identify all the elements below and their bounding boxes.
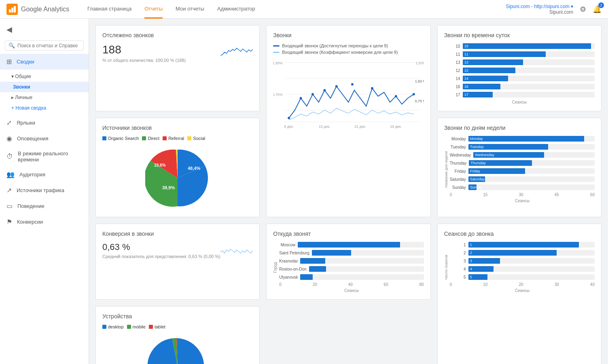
bar-track: Tuesday <box>468 144 595 150</box>
nav-reports[interactable]: Отчеты <box>144 0 163 19</box>
bar-row: Moscow <box>279 242 424 248</box>
bar-row: Tuesday Tuesday <box>450 144 595 150</box>
calls-legend-label-1: Входящий звонок (Достигнутые переходы к … <box>282 43 388 48</box>
city-x-ticks: 0 20 40 60 80 <box>279 282 424 287</box>
sidebar: ◀ 🔍 ⊞ Сводки Общие Звонки Личные + Новая… <box>0 19 89 364</box>
svg-point-17 <box>351 83 354 86</box>
labels-icon: ⤢ <box>6 119 12 127</box>
bar-value-label: 13 <box>464 60 468 64</box>
svg-point-18 <box>371 87 373 89</box>
bar-track: 16 <box>463 84 595 89</box>
bar-label: 13 <box>444 60 460 65</box>
summaries-icon: ⊞ <box>6 58 12 66</box>
bar-label: Wednesday <box>450 153 471 157</box>
main-nav: Главная страница Отчеты Мои отчеты Админ… <box>87 0 506 19</box>
session-bars-container: 1 1 2 2 3 3 <box>450 242 595 280</box>
svg-rect-1 <box>9 9 11 13</box>
bar-track: 13 <box>463 59 595 65</box>
sidebar-item-audience[interactable]: 👥 Аудитория <box>0 167 89 182</box>
sidebar-item-realtime[interactable]: ⏱ В режиме реального времени <box>0 146 89 167</box>
sidebar-item-calls[interactable]: Звонки <box>0 82 89 92</box>
sessions-x-ticks: 0 10 20 30 40 <box>450 282 595 287</box>
sidebar-item-labels[interactable]: ⤢ Ярлыки <box>0 115 89 131</box>
bar-label: Rostov-on-Don <box>279 267 306 271</box>
sidebar-item-behavior[interactable]: ▭ Поведение <box>0 198 89 214</box>
sidebar-group-personal-label[interactable]: Личные <box>0 92 89 103</box>
sidebar-item-summaries[interactable]: ⊞ Сводки <box>0 54 89 70</box>
nav-my-reports[interactable]: Мои отчеты <box>176 0 204 19</box>
svg-point-12 <box>288 117 290 119</box>
calls-legend-line-1 <box>273 45 280 47</box>
header: Google Analytics Главная страница Отчеты… <box>0 0 608 19</box>
bar-label: 14 <box>444 76 460 81</box>
legend-mobile: mobile <box>127 324 146 329</box>
bar-row: Saint Petersburg <box>279 250 424 256</box>
bar-fill: 11 <box>463 51 546 57</box>
sidebar-group-general-label[interactable]: Общие <box>0 71 89 82</box>
bar-fill <box>300 274 313 280</box>
sources-title: Источники звонков <box>102 125 253 131</box>
bar-label: Friday <box>450 169 466 174</box>
conversion-value: 0,63 % <box>102 242 220 252</box>
city-bars-area: Moscow Saint Petersburg Krasnodar <box>279 242 424 293</box>
calls-by-hour-title: Звонки по времени суток <box>444 32 595 38</box>
hour-bars-container: 10 10 11 11 13 13 <box>444 43 595 97</box>
bar-fill <box>309 266 326 272</box>
search-input[interactable] <box>17 43 80 49</box>
behavior-icon: ▭ <box>6 202 13 210</box>
calls-legend-line-2 <box>273 52 280 53</box>
nav-admin[interactable]: Администратор <box>217 0 255 19</box>
svg-text:0,75 %: 0,75 % <box>415 99 424 103</box>
svg-text:1,50%: 1,50% <box>416 61 424 65</box>
bar-value-label: 3 <box>470 259 472 263</box>
bar-label: Krasnodar <box>279 259 298 263</box>
bar-track: 12 <box>463 68 595 73</box>
legend-tablet: tablet <box>149 324 165 329</box>
devices-pie-svg: 94,7% <box>145 334 210 364</box>
conversion-card: Конверсия в звонки 0,63 % Средний показа… <box>95 224 260 300</box>
bar-label: 5 <box>450 275 466 279</box>
bar-track: Thursday <box>469 160 595 166</box>
sidebar-new-summary[interactable]: + Новая сводка <box>0 103 89 113</box>
notifications-icon[interactable]: 🔔 2 <box>593 5 602 14</box>
sidebar-item-alerts[interactable]: ◉ Оповещения <box>0 131 89 146</box>
bar-fill: Wednesday <box>473 152 544 158</box>
sessions-before-call-title: Сеансов до звонка <box>444 231 595 237</box>
svg-text:1,50%: 1,50% <box>273 61 283 65</box>
settings-icon[interactable]: ⚙ <box>580 5 586 14</box>
bar-value-label: 14 <box>464 76 468 80</box>
nav-home[interactable]: Главная страница <box>87 0 131 19</box>
bar-label: 3 <box>450 259 466 263</box>
sidebar-toggle[interactable]: ◀ <box>0 22 89 37</box>
calls-by-hour-card: Звонки по времени суток 10 10 11 11 <box>437 25 602 111</box>
svg-point-15 <box>324 89 326 91</box>
devices-title: Устройства <box>102 313 253 320</box>
svg-point-19 <box>395 95 397 97</box>
bar-fill: Sunday <box>468 184 477 190</box>
sidebar-section-summaries: ⊞ Сводки Общие Звонки Личные + Новая сво… <box>0 54 89 115</box>
bar-row: 10 10 <box>444 43 595 49</box>
sources-legend: Organic Search Direct Referral Social <box>102 136 253 141</box>
sessions-before-call-card: Сеансов до звонка Число сеансов 1 1 2 2 <box>437 224 602 364</box>
sidebar-item-conversions[interactable]: ⚑ Конверсии <box>0 214 89 230</box>
sessions-bars-area: 1 1 2 2 3 3 <box>450 242 595 293</box>
legend-mobile-dot <box>127 325 131 329</box>
calls-by-hour-chart: 10 10 11 11 13 13 <box>444 43 595 104</box>
legend-desktop: desktop <box>102 324 124 329</box>
bar-label: 16 <box>444 85 460 89</box>
calls-chart-legend: Входящий звонок (Достигнутые переходы к … <box>273 43 424 55</box>
calls-by-day-chart: Название дня недели Monday Monday Tuesda… <box>444 136 595 203</box>
bar-row: 11 11 <box>444 51 595 57</box>
bar-track <box>300 258 424 264</box>
account-selector[interactable]: Sipuni.com - http://sipuni.com ▾ Sipuni.… <box>506 4 573 15</box>
bar-value-label: 17 <box>464 93 468 97</box>
sidebar-item-traffic[interactable]: ↗ Источники трафика <box>0 182 89 198</box>
bar-track <box>309 266 424 272</box>
notification-badge: 2 <box>598 2 604 8</box>
legend-social-dot <box>187 136 191 140</box>
sessions-chart: Число сеансов 1 1 2 2 3 <box>444 242 595 293</box>
bar-row: 14 14 <box>444 76 595 81</box>
bar-track: 17 <box>463 92 595 97</box>
page-wrapper: ◀ 🔍 ⊞ Сводки Общие Звонки Личные + Новая… <box>0 19 608 364</box>
tracked-calls-sub: % от общего количества: 100,00 % (188) <box>102 58 186 63</box>
